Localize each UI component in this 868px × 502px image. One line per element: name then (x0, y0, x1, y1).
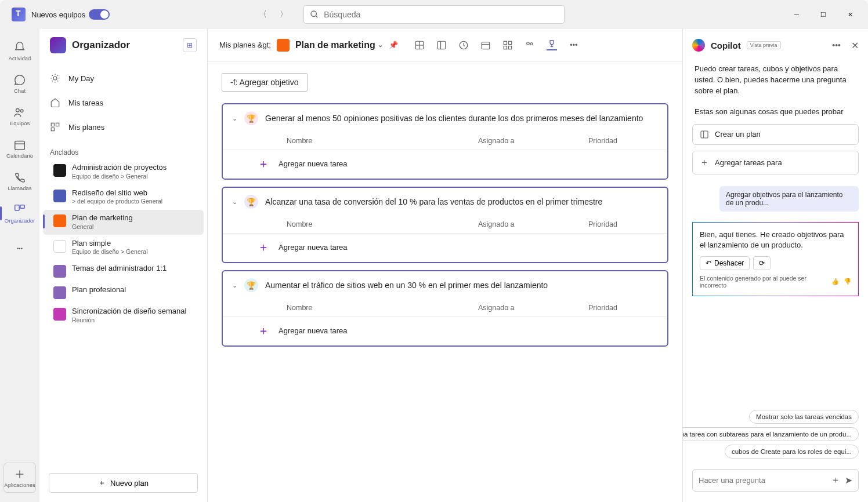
pin-sub: > del equipo de producto General (72, 198, 162, 206)
pin-icon-4 (53, 265, 66, 278)
svg-point-26 (526, 42, 529, 45)
chevron-down-icon[interactable]: ⌄ (232, 282, 237, 289)
suggestion-3[interactable]: cubos de Create para los roles de equi..… (725, 445, 859, 459)
svg-point-2 (16, 108, 19, 112)
tab-charts[interactable] (502, 40, 513, 50)
svg-rect-4 (15, 141, 25, 150)
svg-rect-23 (508, 41, 511, 44)
pin-icon-2 (53, 214, 66, 227)
col-name: Nombre (287, 137, 455, 145)
thumbs-down-button[interactable]: 👎 (844, 278, 851, 285)
copilot-add-tasks-action[interactable]: ＋Agregar tareas para (692, 151, 859, 174)
pin-icon[interactable]: 📌 (389, 41, 398, 49)
tab-more[interactable]: ••• (569, 40, 579, 50)
svg-rect-30 (701, 131, 708, 138)
copilot-user-message: Agregar objetivos para el lanzamiento de… (719, 186, 859, 212)
chevron-down-icon[interactable]: ⌄ (232, 115, 237, 122)
regenerate-button[interactable]: ⟳ (753, 256, 771, 270)
col-priority: Prioridad (588, 220, 617, 228)
sidebar-pin-2[interactable]: Plan de marketingGeneral (43, 210, 204, 235)
nav-mytasks[interactable]: Mis tareas (39, 90, 207, 115)
close-window-button[interactable]: ✕ (838, 5, 862, 24)
chevron-down-icon: ⌄ (378, 41, 383, 49)
undo-button[interactable]: ↶Deshacer (700, 256, 750, 270)
new-plan-button[interactable]: ＋Nuevo plan (49, 473, 198, 493)
titlebar: Nuevos equipos 〈 〉 ─ ☐ ✕ (0, 0, 868, 29)
rail-planner[interactable]: Organizador (3, 198, 36, 228)
rail-chat[interactable]: Chat (3, 68, 36, 99)
add-task-row[interactable]: ＋ Agregar nueva tarea (223, 150, 667, 179)
copilot-response-card: Bien, aquí tienes. He creado objetivos p… (692, 222, 859, 296)
send-button[interactable]: ➤ (845, 475, 852, 486)
add-task-label: Agregar nueva tarea (279, 326, 348, 335)
copilot-input-box[interactable]: ＋ ➤ (692, 469, 859, 492)
col-priority: Prioridad (588, 137, 617, 145)
rail-calls[interactable]: Llamadas (3, 166, 36, 196)
trophy-icon: 🏆 (244, 111, 258, 125)
goal-title[interactable]: Generar al menos 50 opiniones positivas … (265, 114, 643, 123)
chevron-down-icon[interactable]: ⌄ (232, 198, 237, 206)
plan-title[interactable]: Plan de marketing ⌄ (295, 40, 383, 50)
copilot-create-plan-action[interactable]: Crear un plan (692, 124, 859, 145)
goal-card-0: ⌄ 🏆 Generar al menos 50 opiniones positi… (222, 103, 668, 180)
col-name: Nombre (287, 220, 455, 228)
svg-point-0 (311, 11, 316, 16)
goal-card-2: ⌄ 🏆 Aumentar el tráfico de sitios web en… (222, 270, 668, 347)
svg-point-27 (530, 42, 533, 45)
tab-goals[interactable] (547, 40, 557, 50)
goal-columns: Nombre Asignado a Prioridad (223, 299, 667, 317)
sidebar-pin-6[interactable]: Sincronización de diseño semanalReunión (43, 303, 204, 328)
sidebar-pin-3[interactable]: Plan simpleEquipo de diseño > General (43, 235, 204, 260)
new-teams-toggle[interactable] (89, 9, 110, 20)
svg-rect-24 (504, 46, 507, 49)
rail-calendar[interactable]: Calendario (3, 133, 36, 163)
sidebar-pin-0[interactable]: Administración de proyectosEquipo de dis… (43, 159, 204, 184)
pinned-section-label: Anclados (39, 144, 207, 159)
nav-myday[interactable]: My Day (39, 66, 207, 90)
add-goal-button[interactable]: -f: Agregar objetivo (222, 73, 308, 92)
goal-title[interactable]: Alcanzar una tasa de conversión del 10 %… (265, 197, 602, 206)
goal-columns: Nombre Asignado a Prioridad (223, 132, 667, 150)
maximize-button[interactable]: ☐ (811, 5, 836, 24)
svg-rect-12 (56, 123, 59, 126)
add-task-row[interactable]: ＋ Agregar nueva tarea (223, 317, 667, 345)
rail-apps[interactable]: Aplicaciones (3, 463, 36, 493)
breadcrumb[interactable]: Mis planes &gt; (219, 41, 271, 49)
rail-teams[interactable]: Equipos (3, 101, 36, 131)
tab-grid[interactable] (414, 40, 425, 50)
chat-icon (13, 74, 26, 86)
add-task-row[interactable]: ＋ Agregar nueva tarea (223, 233, 667, 262)
new-tab-button[interactable]: ⊞ (183, 38, 197, 52)
thumbs-up-button[interactable]: 👍 (831, 278, 839, 285)
sidebar-pin-1[interactable]: Rediseño del sitio web> del equipo de pr… (43, 185, 204, 210)
goal-title[interactable]: Aumentar el tráfico de sitios web en un … (265, 281, 548, 290)
suggestion-1[interactable]: Mostrar solo las tareas vencidas (749, 410, 859, 424)
tab-people[interactable] (525, 40, 535, 50)
rail-more[interactable]: ••• (3, 233, 36, 263)
search-input[interactable] (324, 10, 558, 19)
search-box[interactable] (303, 5, 565, 24)
copilot-close-button[interactable]: ✕ (851, 40, 859, 51)
suggestion-2[interactable]: Agregar una tarea con subtareas para el … (683, 427, 859, 441)
sidebar-pin-5[interactable]: Plan profesional (43, 282, 204, 303)
sidebar-pin-4[interactable]: Temas del administrador 1:1 (43, 260, 204, 281)
nav-back-button[interactable]: 〈 (255, 6, 271, 23)
rail-activity[interactable]: Actividad (3, 36, 36, 66)
copilot-input[interactable] (699, 476, 826, 485)
tab-schedule[interactable] (480, 40, 491, 50)
attach-button[interactable]: ＋ (831, 474, 840, 486)
col-assigned: Asignado a (478, 137, 565, 145)
nav-forward-button[interactable]: 〉 (276, 6, 292, 23)
tab-board[interactable] (436, 40, 447, 50)
copilot-more-button[interactable]: ••• (832, 41, 841, 50)
tab-timeline[interactable] (458, 40, 469, 50)
minimize-button[interactable]: ─ (784, 5, 809, 24)
disclaimer-text: El contenido generado por al puede ser i… (700, 275, 826, 289)
sun-icon (50, 73, 60, 83)
col-name: Nombre (287, 304, 455, 312)
plus-icon: ＋ (258, 156, 269, 172)
teams-logo-icon (12, 8, 26, 21)
add-task-label: Agregar nueva tarea (279, 243, 348, 252)
copilot-intro-text: Puedo crear tareas, cubos y objetivos pa… (692, 61, 859, 99)
nav-myplans[interactable]: Mis planes (39, 115, 207, 139)
